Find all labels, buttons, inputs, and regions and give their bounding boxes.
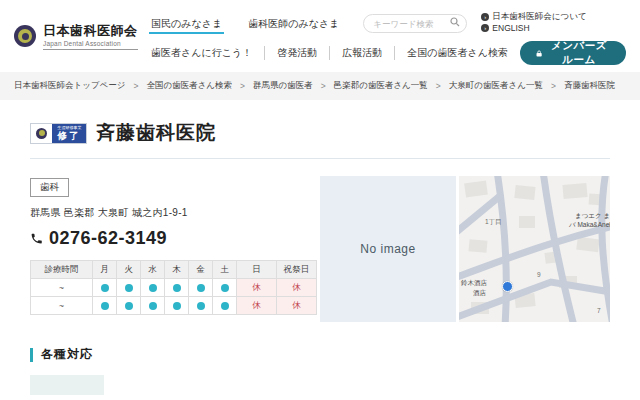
phone-number[interactable]: 0276-62-3149 [49,228,167,249]
utility-link-0[interactable]: ›日本歯科医師会について [481,11,586,23]
closed-cell: 休 [277,279,317,297]
site-logo[interactable]: 日本歯科医師会 Japan Dental Association [14,22,149,50]
hours-time-cell: ~ [31,279,93,297]
open-dot-icon [221,302,229,310]
badge-emblem-icon [36,128,47,139]
hours-header-cell: 木 [165,261,189,279]
hours-header-cell: 火 [117,261,141,279]
hours-time-cell: ~ [31,297,93,315]
open-cell [141,279,165,297]
open-cell [165,297,189,315]
nav-tab-0[interactable]: 国民のみなさま [149,15,224,34]
breadcrumb: 日本歯科医師会トップページ>全国の歯医者さん検索>群馬県の歯医者>邑楽郡の歯医者… [0,72,640,100]
nav-tab-1[interactable]: 歯科医師のみなさま [246,15,341,32]
nav-main-2[interactable]: 広報活動 [329,46,394,60]
logo-title: 日本歯科医師会 [43,22,138,40]
open-dot-icon [101,302,109,310]
map-label-6: 鈴木酒店 [461,279,487,286]
breadcrumb-item-3[interactable]: 邑楽郡の歯医者さん一覧 [334,80,428,92]
map-label-5: 9 [537,271,541,278]
nav-main-3[interactable]: 全国の歯医者さん検索 [394,46,520,60]
keyword-search [363,13,467,32]
section-heading: 各種対応 [41,346,93,363]
open-dot-icon [173,302,181,310]
logo-subtitle: Japan Dental Association [43,40,138,47]
section-accent-bar [30,348,33,362]
open-cell [93,297,117,315]
open-cell [189,279,213,297]
breadcrumb-item-0[interactable]: 日本歯科医師会トップページ [14,80,126,92]
breadcrumb-separator: > [436,81,441,91]
open-dot-icon [149,302,157,310]
open-cell [213,279,237,297]
hours-header-cell: 月 [93,261,117,279]
open-dot-icon [125,302,133,310]
members-room-button[interactable]: メンバーズルーム [520,41,626,65]
breadcrumb-separator: > [240,81,245,91]
service-chip [30,375,104,395]
phone-icon [30,232,43,245]
breadcrumb-separator: > [321,81,326,91]
open-cell [165,279,189,297]
hours-header-cell: 祝祭日 [277,261,317,279]
open-dot-icon [197,302,205,310]
map-label-7: 酒店 [473,289,486,296]
hours-header-cell: 診療時間 [31,261,93,279]
circle-arrow-icon: › [481,13,489,21]
page-title: 斉藤歯科医院 [96,120,216,146]
breadcrumb-item-1[interactable]: 全国の歯医者さん検索 [146,80,232,92]
breadcrumb-separator: > [551,81,556,91]
hours-header-row: 診療時間月火水木金土日祝祭日 [31,261,317,279]
hours-header-cell: 日 [237,261,277,279]
category-tag: 歯科 [30,178,69,197]
nav-main-0[interactable]: 歯医者さんに行こう！ [149,46,264,60]
map-roads [459,176,610,322]
breadcrumb-separator: > [134,81,139,91]
map-label-2: まつエク まつ [575,212,610,219]
open-cell [141,297,165,315]
breadcrumb-item-4[interactable]: 大泉町の歯医者さん一覧 [449,80,543,92]
hours-row: ~休休 [31,297,317,315]
badge-completed-label: 修了 [58,131,81,141]
open-dot-icon [125,284,133,292]
open-dot-icon [221,284,229,292]
open-dot-icon [101,284,109,292]
breadcrumb-item-2[interactable]: 群馬県の歯医者 [253,80,313,92]
clinic-detail: 生涯研修事業 修了 斉藤歯科医院 歯科 群馬県 邑楽郡 大泉町 城之内1-9-1… [0,100,640,322]
map-label-1: 1丁目 [485,218,502,225]
map-label-8: 7 [597,307,601,314]
closed-cell: 休 [277,297,317,315]
closed-cell: 休 [237,279,277,297]
nav-main-1[interactable]: 啓発活動 [264,46,329,60]
services-section: 各種対応 [0,346,640,395]
jda-emblem-icon [14,25,36,47]
hours-header-cell: 金 [189,261,213,279]
open-cell [93,279,117,297]
utility-link-1[interactable]: ›ENGLISH [481,23,586,33]
closed-cell: 休 [237,297,277,315]
search-icon[interactable] [450,17,460,27]
map-poi-pin-1 [502,281,513,292]
badge-program-label: 生涯研修事業 [57,126,81,130]
hours-row: ~休休 [31,279,317,297]
lock-icon [536,48,542,59]
utility-link-label: 日本歯科医師会について [492,11,586,23]
open-dot-icon [173,284,181,292]
site-header: 日本歯科医師会 Japan Dental Association 国民のみなさま… [0,0,640,72]
hours-header-cell: 土 [213,261,237,279]
training-completion-badge: 生涯研修事業 修了 [30,123,87,144]
open-cell [117,297,141,315]
utility-link-label: ENGLISH [492,23,529,33]
breadcrumb-item-5: 斉藤歯科医院 [564,80,615,92]
open-cell [117,279,141,297]
clinic-photo-placeholder: No image [320,176,456,322]
clinic-address: 群馬県 邑楽郡 大泉町 城之内1-9-1 [30,206,317,220]
map-label-3: バ Maka&Anela [569,221,610,228]
circle-arrow-icon: › [481,24,489,32]
open-cell [189,297,213,315]
open-dot-icon [149,284,157,292]
location-map[interactable]: 61丁目まつエク まつバ Maka&Anela59鈴木酒店酒店7 [459,176,610,322]
open-cell [213,297,237,315]
hours-header-cell: 水 [141,261,165,279]
hours-table: 診療時間月火水木金土日祝祭日~休休~休休 [30,260,317,315]
